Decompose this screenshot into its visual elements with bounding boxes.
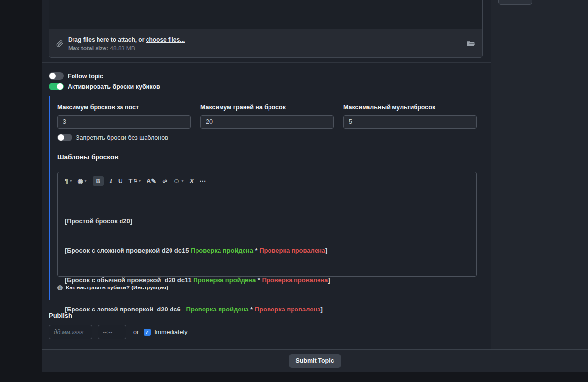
composer-page: Drag files here to attach, or choose fil… (0, 0, 588, 382)
toggle-knob (57, 83, 63, 90)
insert-menu-button[interactable]: ◉▾ (77, 177, 86, 185)
insert-icon: ◉ (77, 177, 83, 185)
template-segment-success: Проверка пройдена (191, 247, 253, 254)
publish-title: Publish (49, 312, 188, 319)
max-size-value: 48.83 MB (108, 45, 135, 52)
emoji-icon: ☺ (173, 177, 180, 185)
right-sidebar-region (491, 0, 588, 349)
composer-footer: Submit Topic (42, 349, 588, 372)
link-button[interactable]: ∞ (162, 177, 167, 185)
template-segment: * (248, 306, 254, 313)
template-segment: ] (325, 247, 327, 254)
attach-text-block: Drag files here to attach, or choose fil… (68, 35, 185, 52)
paperclip-icon (56, 40, 63, 47)
template-segment: [Бросок с сложной проверкой d20 dc15 (65, 247, 191, 254)
max-sides-label: Максимум граней на бросок (200, 104, 334, 111)
dice-enable-toggle[interactable] (49, 83, 64, 90)
max-sides-input[interactable] (200, 115, 334, 129)
bold-button[interactable]: B (93, 176, 104, 186)
dice-enable-label: Активировать броски кубиков (68, 83, 160, 90)
folder-icon (467, 40, 475, 47)
max-size-label: Max total size: (68, 45, 108, 52)
or-text: or (133, 329, 139, 335)
attach-instruction: Drag files here to attach, or choose fil… (68, 36, 185, 43)
dice-limit-fields: Максимум бросков за пост Максимум граней… (57, 104, 477, 129)
max-sides-field: Максимум граней на бросок (200, 104, 334, 129)
clear-format-icon: X (190, 177, 194, 185)
chevron-down-icon: ▾ (70, 179, 72, 183)
font-size-icon: T (128, 177, 132, 185)
font-size-arrows-icon: ⇅ (133, 178, 137, 183)
italic-button[interactable]: I (110, 177, 112, 185)
chevron-down-icon: ▾ (182, 179, 184, 183)
no-templates-label: Запретить броски без шаблонов (76, 134, 168, 141)
templates-editor: ¶▾ ◉▾ B I U T⇅▾ A✎ ∞ ☺▾ X ⋯ [Простой бро… (57, 172, 477, 277)
template-segment-fail: Проверка провалена (262, 276, 328, 284)
max-rolls-input[interactable] (57, 115, 191, 129)
max-rolls-label: Максимум бросков за пост (57, 104, 191, 111)
max-size-line: Max total size: 48.83 MB (68, 45, 185, 52)
max-multiroll-input[interactable] (343, 115, 477, 129)
template-segment: ] (328, 276, 330, 284)
info-icon: i (57, 285, 63, 290)
bold-icon: B (96, 177, 100, 185)
chevron-down-icon: ▾ (85, 179, 87, 183)
template-segment: * (253, 247, 259, 254)
no-templates-toggle[interactable] (57, 134, 72, 141)
attach-drag-text: Drag files here to attach, or (68, 36, 146, 43)
template-line: [Бросок с обычной проверкой d20 dc11 Про… (65, 275, 469, 285)
immediately-checkbox[interactable]: ✓ (144, 329, 151, 336)
paragraph-icon: ¶ (65, 177, 68, 185)
section-divider-top (42, 62, 491, 63)
composer-box: Drag files here to attach, or choose fil… (49, 0, 483, 58)
more-tools-button[interactable]: ⋯ (199, 177, 206, 185)
composer-panel: Drag files here to attach, or choose fil… (42, 0, 491, 349)
no-templates-row: Запретить броски без шаблонов (57, 134, 168, 141)
max-rolls-field: Максимум бросков за пост (57, 104, 191, 129)
partial-top-button[interactable] (498, 0, 532, 5)
publish-controls-row: or ✓ Immediately (49, 325, 188, 339)
publish-date-input[interactable] (49, 325, 92, 339)
paragraph-style-button[interactable]: ¶▾ (65, 177, 72, 185)
dice-settings-section: Максимум бросков за пост Максимум граней… (49, 96, 477, 300)
chevron-down-icon: ▾ (139, 179, 141, 183)
clear-format-button[interactable]: X (190, 177, 194, 185)
follow-topic-row: Follow topic (49, 72, 103, 80)
publish-section: Publish or ✓ Immediately (49, 312, 188, 339)
attachment-dropzone[interactable]: Drag files here to attach, or choose fil… (49, 29, 482, 57)
editor-toolbar: ¶▾ ◉▾ B I U T⇅▾ A✎ ∞ ☺▾ X ⋯ (58, 172, 476, 189)
template-line: [Простой бросок d20] (65, 216, 469, 226)
emoji-button[interactable]: ☺▾ (173, 177, 183, 185)
text-color-icon: A✎ (147, 177, 156, 185)
dice-help-text: Как настроить кубики? (Инструкция) (66, 285, 168, 290)
template-segment: [Простой бросок d20] (65, 217, 132, 225)
dice-help-link[interactable]: i Как настроить кубики? (Инструкция) (57, 285, 168, 290)
follow-topic-label: Follow topic (68, 73, 103, 80)
choose-files-link[interactable]: choose files... (146, 36, 185, 43)
text-color-button[interactable]: A✎ (147, 177, 156, 185)
font-size-button[interactable]: T⇅▾ (128, 177, 141, 185)
template-segment-success: Проверка пройдена (186, 306, 249, 313)
template-segment-fail: Проверка провалена (259, 247, 325, 254)
link-icon: ∞ (161, 176, 169, 186)
max-multiroll-label: Максимальный мультибросок (343, 104, 477, 111)
dice-enable-row: Активировать броски кубиков (49, 83, 160, 90)
underline-icon: U (118, 177, 122, 185)
toggle-knob (49, 73, 56, 79)
template-segment-fail: Проверка провалена (255, 306, 321, 313)
template-segment-success: Проверка пройдена (193, 276, 256, 284)
template-segment: ] (321, 306, 323, 313)
italic-icon: I (110, 177, 112, 185)
max-multiroll-field: Максимальный мультибросок (343, 104, 477, 129)
follow-topic-toggle[interactable] (49, 72, 64, 80)
publish-time-input[interactable] (98, 325, 126, 339)
post-body-textarea[interactable] (49, 0, 482, 29)
template-segment: * (256, 276, 262, 284)
templates-editor-content[interactable]: [Простой бросок d20] [Бросок с сложной п… (58, 189, 476, 276)
templates-title: Шаблоны бросков (57, 153, 118, 161)
underline-button[interactable]: U (118, 177, 122, 185)
section-divider-publish (42, 306, 491, 306)
template-line: [Бросок с сложной проверкой d20 dc15 Про… (65, 246, 469, 256)
immediately-label: Immediately (154, 329, 187, 335)
submit-topic-button[interactable]: Submit Topic (289, 354, 341, 368)
